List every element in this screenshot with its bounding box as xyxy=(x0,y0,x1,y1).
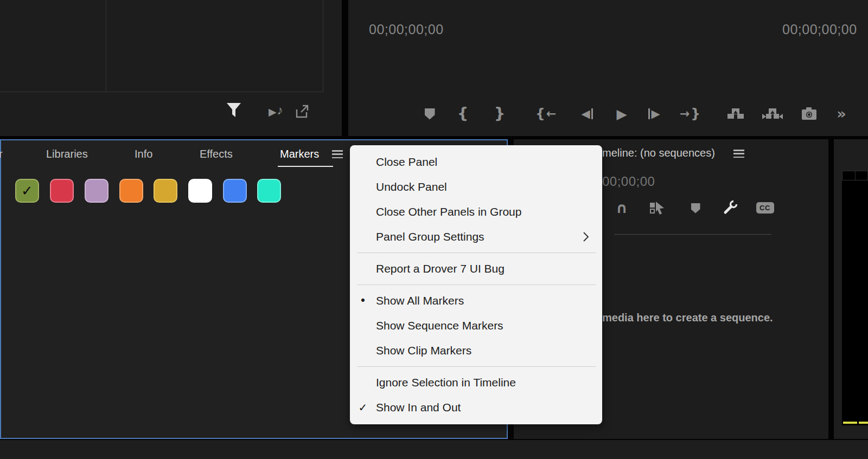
audio-meters-panel xyxy=(834,139,868,439)
linked-selection-button[interactable] xyxy=(648,200,667,216)
meter-level-mark xyxy=(859,422,868,424)
overwrite-button[interactable] xyxy=(761,105,784,122)
current-timecode: 00;00;00;00 xyxy=(369,22,444,37)
color-swatch-red[interactable] xyxy=(50,179,74,203)
step-forward-icon: ▶ xyxy=(651,107,660,120)
color-swatch-blue[interactable] xyxy=(223,179,247,203)
play-icon: ▶ xyxy=(616,106,627,122)
step-bar xyxy=(591,108,593,119)
menu-item-show-sequence-markers[interactable]: Show Sequence Markers xyxy=(350,313,602,338)
step-back-button[interactable]: ◀ xyxy=(577,106,597,121)
panel-gap xyxy=(828,139,834,439)
step-forward-button[interactable]: ▶ xyxy=(644,106,664,121)
play-button[interactable]: ▶ xyxy=(613,105,630,122)
mark-out-icon: } xyxy=(494,104,506,122)
menu-separator xyxy=(358,366,596,367)
tab-libraries[interactable]: Libraries xyxy=(46,148,88,160)
menu-item-panel-group-settings[interactable]: Panel Group Settings xyxy=(350,224,602,249)
mark-in-button[interactable]: { xyxy=(456,102,470,124)
color-swatch-orange[interactable] xyxy=(119,179,143,203)
add-marker-button[interactable] xyxy=(422,106,437,121)
meter-level-mark xyxy=(843,422,857,424)
go-to-out-button[interactable]: → } xyxy=(677,104,703,122)
step-bar xyxy=(648,108,650,119)
mark-out-button[interactable]: } xyxy=(493,102,507,124)
camera-icon xyxy=(801,107,818,121)
submenu-chevron-icon xyxy=(583,232,589,242)
menu-item-show-in-and-out[interactable]: ✓Show In and Out xyxy=(350,395,602,420)
menu-separator xyxy=(358,285,596,285)
project-bin-area[interactable] xyxy=(0,0,323,92)
color-swatch-gold[interactable] xyxy=(154,179,177,203)
step-back-icon: ◀ xyxy=(581,107,590,120)
go-to-in-button[interactable]: { ← xyxy=(533,104,559,122)
column-divider xyxy=(106,0,106,92)
more-options-button[interactable]: » xyxy=(833,104,850,122)
play-audio-preview-icon: ▶♪ xyxy=(269,104,284,119)
captions-button[interactable]: CC xyxy=(755,201,775,215)
timeline-settings-button[interactable] xyxy=(722,199,739,216)
more-icon: » xyxy=(837,105,846,122)
project-panel: ▶♪ xyxy=(0,0,342,136)
tab-r[interactable]: r xyxy=(0,148,3,160)
menu-item-label: Panel Group Settings xyxy=(376,230,583,243)
timeline-divider xyxy=(614,234,771,235)
menu-item-report-a-drover-7-ui-bug[interactable]: Report a Drover 7 UI Bug xyxy=(350,256,602,281)
menu-item-label: Ignore Selection in Timeline xyxy=(376,376,602,389)
export-frame-button[interactable] xyxy=(800,105,819,122)
captions-icon: CC xyxy=(756,202,774,214)
export-icon xyxy=(295,104,310,119)
markers-panel-menu-button[interactable] xyxy=(332,150,343,158)
tab-markers[interactable]: Markers xyxy=(280,148,319,160)
timeline-panel-menu-button[interactable] xyxy=(733,150,744,158)
menu-item-label: Show In and Out xyxy=(376,401,602,414)
tab-info[interactable]: Info xyxy=(135,148,152,160)
timeline-timecode: 00;00;00 xyxy=(602,174,655,189)
mark-in-icon: { xyxy=(457,104,469,122)
meter-header-cells xyxy=(842,171,868,180)
export-button[interactable] xyxy=(293,102,311,120)
panel-context-menu: Close PanelUndock PanelClose Other Panel… xyxy=(350,145,602,424)
menu-item-label: Show Clip Markers xyxy=(376,344,602,357)
menu-item-show-all-markers[interactable]: •Show All Markers xyxy=(350,288,602,313)
snap-toggle-button[interactable]: ∩ xyxy=(614,199,630,216)
program-monitor-panel: 00;00;00;00 00;00;00;00 { } { ← ◀ ▶ ▶ → … xyxy=(348,0,868,136)
active-tab-underline xyxy=(278,166,333,167)
menu-item-label: Report a Drover 7 UI Bug xyxy=(376,262,602,275)
tab-effects[interactable]: Effects xyxy=(200,148,233,160)
linked-selection-icon xyxy=(649,201,666,216)
audio-meter xyxy=(842,171,868,425)
menu-item-show-clip-markers[interactable]: Show Clip Markers xyxy=(350,338,602,363)
timeline-tab-label[interactable]: meline: (no sequences) xyxy=(602,147,715,159)
timeline-marker-button[interactable] xyxy=(688,201,703,216)
color-swatch-white[interactable] xyxy=(188,179,212,203)
color-swatch-green[interactable]: ✓ xyxy=(15,179,39,203)
project-toolbar: ▶♪ xyxy=(0,92,342,136)
insert-icon xyxy=(726,107,745,121)
color-swatch-teal[interactable] xyxy=(257,179,281,203)
duration-timecode: 00;00;00;00 xyxy=(782,22,857,37)
menu-item-ignore-selection-in-timeline[interactable]: Ignore Selection in Timeline xyxy=(350,370,602,395)
play-audio-preview-button[interactable]: ▶♪ xyxy=(265,103,288,119)
menu-item-close-panel[interactable]: Close Panel xyxy=(350,150,602,174)
panel-gap xyxy=(342,0,348,136)
filter-icon xyxy=(226,102,242,119)
arrow-right-icon: → xyxy=(680,107,690,120)
menu-item-close-other-panels-in-group[interactable]: Close Other Panels in Group xyxy=(350,199,602,224)
bottom-strip xyxy=(0,440,868,459)
menu-separator xyxy=(358,253,596,253)
menu-item-undock-panel[interactable]: Undock Panel xyxy=(350,174,602,199)
bullet-icon: • xyxy=(350,294,376,307)
go-to-out-icon: } xyxy=(691,106,700,121)
color-swatch-mauve[interactable] xyxy=(85,179,108,203)
drop-media-hint: media here to create a sequence. xyxy=(602,312,773,324)
marker-icon xyxy=(691,203,700,214)
menu-item-label: Close Panel xyxy=(376,156,602,169)
premiere-workspace: ▶♪ 00;00;00;00 00;00;00;00 { } { ← xyxy=(0,0,868,459)
filter-button[interactable] xyxy=(225,101,243,120)
check-icon: ✓ xyxy=(21,184,33,198)
check-icon: ✓ xyxy=(350,401,376,414)
arrow-left-icon: ← xyxy=(546,107,556,120)
go-to-in-icon: { xyxy=(535,106,545,121)
insert-button[interactable] xyxy=(725,105,746,122)
